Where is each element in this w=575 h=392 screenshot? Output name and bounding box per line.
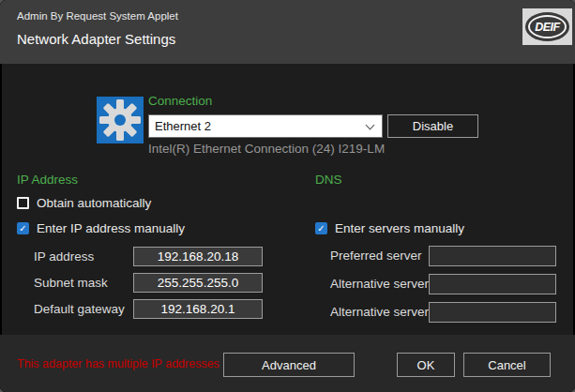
checkbox-box[interactable]: ✓ [17,197,29,209]
alternative-server-1-label: Alternative server [330,277,429,291]
cancel-button[interactable]: Cancel [463,353,551,377]
adapter-description: Intel(R) Ethernet Connection (24) I219-L… [148,142,385,156]
alternative-server-2-label: Alternative server [330,305,429,319]
enter-ip-manually-checkbox[interactable]: ✓ Enter IP address manually [17,221,185,235]
preferred-server-label: Preferred server [330,249,422,263]
chevron-down-icon [366,121,375,130]
checkbox-label: Obtain automatically [37,196,151,210]
adapter-select[interactable]: Ethernet 2 [148,114,383,138]
gear-icon [97,97,144,143]
subnet-mask-label: Subnet mask [34,276,108,290]
checkbox-box[interactable]: ✓ [17,222,29,234]
checkbox-label: Enter IP address manually [37,221,185,235]
deif-logo-oval: DEIF [525,12,569,41]
alternative-server-1-input[interactable] [429,274,556,294]
obtain-automatically-checkbox[interactable]: ✓ Obtain automatically [17,196,151,210]
network-adapter-settings-dialog: Admin By Request System Applet Network A… [0,0,575,392]
dialog-header: Admin By Request System Applet Network A… [0,0,575,64]
dns-section-title: DNS [315,173,342,187]
checkbox-label: Enter servers manually [335,221,464,235]
deif-logo-text: DEIF [535,21,559,34]
adapter-select-value: Ethernet 2 [155,119,211,133]
ip-address-label: IP address [34,249,94,264]
multiple-ip-warning: This adapter has multiple IP addresses [17,357,219,370]
connection-section-title: Connection [148,94,212,108]
enter-servers-manually-checkbox[interactable]: ✓ Enter servers manually [315,221,464,235]
ip-address-input[interactable] [133,247,263,266]
preferred-server-input[interactable] [429,246,556,266]
disable-button[interactable]: Disable [387,114,478,138]
deif-logo: DEIF [522,8,572,45]
checkbox-box[interactable]: ✓ [315,222,327,234]
ip-section-title: IP Address [17,173,78,187]
check-icon: ✓ [19,224,26,234]
check-icon: ✓ [317,224,325,234]
page-title: Network Adapter Settings [17,31,175,47]
alternative-server-2-input[interactable] [429,302,556,323]
advanced-button[interactable]: Advanced [223,353,355,377]
app-title: Admin By Request System Applet [17,10,178,22]
default-gateway-label: Default gateway [34,302,125,316]
deif-logo-ring: DEIF [528,15,567,38]
ok-button[interactable]: OK [397,353,455,377]
default-gateway-input[interactable] [133,299,263,319]
subnet-mask-input[interactable] [133,273,263,293]
